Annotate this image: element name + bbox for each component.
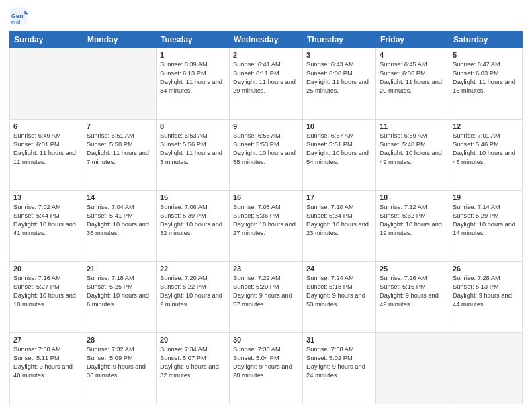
day-number: 17	[306, 193, 372, 201]
day-number: 3	[306, 51, 372, 59]
day-info: Sunrise: 6:43 AMSunset: 6:08 PMDaylight:…	[306, 60, 372, 95]
day-info: Sunrise: 7:08 AMSunset: 5:36 PMDaylight:…	[233, 203, 299, 238]
day-number: 21	[87, 265, 152, 273]
calendar-table: SundayMondayTuesdayWednesdayThursdayFrid…	[9, 31, 523, 404]
calendar-cell: 31Sunrise: 7:38 AMSunset: 5:02 PMDayligh…	[303, 333, 376, 404]
calendar-cell: 1Sunrise: 6:39 AMSunset: 6:13 PMDaylight…	[157, 48, 230, 120]
day-info: Sunrise: 7:06 AMSunset: 5:39 PMDaylight:…	[160, 203, 226, 238]
day-number: 22	[160, 265, 226, 273]
logo-icon: Gen eral	[9, 7, 28, 26]
day-number: 18	[380, 193, 445, 201]
day-info: Sunrise: 6:47 AMSunset: 6:03 PMDaylight:…	[453, 60, 519, 95]
svg-text:Gen: Gen	[11, 13, 24, 19]
page: Gen eral SundayMondayTuesdayWednesdayThu…	[0, 0, 532, 411]
week-row-2: 6Sunrise: 6:49 AMSunset: 6:01 PMDaylight…	[10, 120, 523, 191]
day-info: Sunrise: 7:12 AMSunset: 5:32 PMDaylight:…	[380, 203, 445, 238]
calendar-cell	[449, 333, 523, 404]
day-number: 2	[233, 51, 299, 59]
day-of-week-thursday: Thursday	[303, 32, 376, 48]
day-number: 30	[233, 336, 299, 344]
calendar-cell: 12Sunrise: 7:01 AMSunset: 5:46 PMDayligh…	[449, 120, 523, 191]
calendar-cell	[376, 333, 449, 404]
day-info: Sunrise: 7:30 AMSunset: 5:11 PMDaylight:…	[13, 345, 79, 380]
day-number: 24	[306, 265, 372, 273]
day-info: Sunrise: 7:16 AMSunset: 5:27 PMDaylight:…	[13, 274, 79, 309]
day-info: Sunrise: 7:20 AMSunset: 5:22 PMDaylight:…	[160, 274, 226, 309]
calendar-cell: 24Sunrise: 7:24 AMSunset: 5:18 PMDayligh…	[303, 262, 376, 333]
day-info: Sunrise: 7:26 AMSunset: 5:15 PMDaylight:…	[380, 274, 445, 309]
day-number: 28	[87, 336, 152, 344]
calendar-cell: 16Sunrise: 7:08 AMSunset: 5:36 PMDayligh…	[230, 191, 303, 262]
day-info: Sunrise: 7:22 AMSunset: 5:20 PMDaylight:…	[233, 274, 299, 309]
calendar-cell: 30Sunrise: 7:36 AMSunset: 5:04 PMDayligh…	[230, 333, 303, 404]
calendar-cell: 13Sunrise: 7:02 AMSunset: 5:44 PMDayligh…	[10, 191, 83, 262]
calendar-cell: 4Sunrise: 6:45 AMSunset: 6:06 PMDaylight…	[376, 48, 449, 120]
day-info: Sunrise: 7:18 AMSunset: 5:25 PMDaylight:…	[87, 274, 152, 309]
day-number: 27	[13, 336, 79, 344]
day-number: 15	[160, 193, 226, 201]
day-number: 5	[453, 51, 519, 59]
day-number: 13	[13, 193, 79, 201]
day-info: Sunrise: 7:38 AMSunset: 5:02 PMDaylight:…	[306, 345, 372, 380]
day-of-week-tuesday: Tuesday	[157, 32, 230, 48]
day-info: Sunrise: 6:59 AMSunset: 5:48 PMDaylight:…	[380, 132, 445, 167]
day-number: 12	[453, 122, 519, 130]
calendar-cell: 26Sunrise: 7:28 AMSunset: 5:13 PMDayligh…	[449, 262, 523, 333]
day-number: 25	[380, 265, 445, 273]
calendar-cell: 25Sunrise: 7:26 AMSunset: 5:15 PMDayligh…	[376, 262, 449, 333]
day-of-week-wednesday: Wednesday	[230, 32, 303, 48]
day-number: 1	[160, 51, 226, 59]
day-info: Sunrise: 7:14 AMSunset: 5:29 PMDaylight:…	[453, 203, 519, 238]
day-info: Sunrise: 7:10 AMSunset: 5:34 PMDaylight:…	[306, 203, 372, 238]
calendar-cell: 10Sunrise: 6:57 AMSunset: 5:51 PMDayligh…	[303, 120, 376, 191]
calendar-cell: 23Sunrise: 7:22 AMSunset: 5:20 PMDayligh…	[230, 262, 303, 333]
calendar-cell: 9Sunrise: 6:55 AMSunset: 5:53 PMDaylight…	[230, 120, 303, 191]
day-info: Sunrise: 6:41 AMSunset: 6:11 PMDaylight:…	[233, 60, 299, 95]
day-info: Sunrise: 7:01 AMSunset: 5:46 PMDaylight:…	[453, 132, 519, 167]
day-number: 11	[380, 122, 445, 130]
day-of-week-friday: Friday	[376, 32, 449, 48]
calendar-cell: 14Sunrise: 7:04 AMSunset: 5:41 PMDayligh…	[83, 191, 157, 262]
logo: Gen eral	[9, 7, 31, 26]
calendar-cell: 21Sunrise: 7:18 AMSunset: 5:25 PMDayligh…	[83, 262, 157, 333]
week-row-5: 27Sunrise: 7:30 AMSunset: 5:11 PMDayligh…	[10, 333, 523, 404]
day-number: 10	[306, 122, 372, 130]
day-info: Sunrise: 6:53 AMSunset: 5:56 PMDaylight:…	[160, 132, 226, 167]
calendar-cell	[83, 48, 157, 120]
svg-text:eral: eral	[11, 19, 21, 25]
calendar-cell: 3Sunrise: 6:43 AMSunset: 6:08 PMDaylight…	[303, 48, 376, 120]
calendar-cell: 18Sunrise: 7:12 AMSunset: 5:32 PMDayligh…	[376, 191, 449, 262]
day-number: 19	[453, 193, 519, 201]
day-info: Sunrise: 7:02 AMSunset: 5:44 PMDaylight:…	[13, 203, 79, 238]
day-number: 31	[306, 336, 372, 344]
day-info: Sunrise: 7:32 AMSunset: 5:09 PMDaylight:…	[87, 345, 152, 380]
day-of-week-monday: Monday	[83, 32, 157, 48]
day-info: Sunrise: 6:51 AMSunset: 5:58 PMDaylight:…	[87, 132, 152, 167]
day-info: Sunrise: 6:45 AMSunset: 6:06 PMDaylight:…	[380, 60, 445, 95]
week-row-4: 20Sunrise: 7:16 AMSunset: 5:27 PMDayligh…	[10, 262, 523, 333]
calendar-cell: 7Sunrise: 6:51 AMSunset: 5:58 PMDaylight…	[83, 120, 157, 191]
day-info: Sunrise: 7:28 AMSunset: 5:13 PMDaylight:…	[453, 274, 519, 309]
day-number: 9	[233, 122, 299, 130]
day-number: 4	[380, 51, 445, 59]
calendar-header-row: SundayMondayTuesdayWednesdayThursdayFrid…	[10, 32, 523, 48]
calendar-cell: 11Sunrise: 6:59 AMSunset: 5:48 PMDayligh…	[376, 120, 449, 191]
day-info: Sunrise: 7:36 AMSunset: 5:04 PMDaylight:…	[233, 345, 299, 380]
day-number: 16	[233, 193, 299, 201]
day-info: Sunrise: 7:34 AMSunset: 5:07 PMDaylight:…	[160, 345, 226, 380]
calendar-cell: 22Sunrise: 7:20 AMSunset: 5:22 PMDayligh…	[157, 262, 230, 333]
day-number: 26	[453, 265, 519, 273]
day-info: Sunrise: 7:04 AMSunset: 5:41 PMDaylight:…	[87, 203, 152, 238]
header: Gen eral	[9, 7, 523, 26]
calendar-cell: 29Sunrise: 7:34 AMSunset: 5:07 PMDayligh…	[157, 333, 230, 404]
day-number: 23	[233, 265, 299, 273]
week-row-1: 1Sunrise: 6:39 AMSunset: 6:13 PMDaylight…	[10, 48, 523, 120]
day-info: Sunrise: 6:49 AMSunset: 6:01 PMDaylight:…	[13, 132, 79, 167]
calendar-cell: 6Sunrise: 6:49 AMSunset: 6:01 PMDaylight…	[10, 120, 83, 191]
day-number: 20	[13, 265, 79, 273]
day-number: 8	[160, 122, 226, 130]
day-number: 7	[87, 122, 152, 130]
day-of-week-saturday: Saturday	[449, 32, 523, 48]
calendar-cell: 27Sunrise: 7:30 AMSunset: 5:11 PMDayligh…	[10, 333, 83, 404]
calendar-cell: 19Sunrise: 7:14 AMSunset: 5:29 PMDayligh…	[449, 191, 523, 262]
